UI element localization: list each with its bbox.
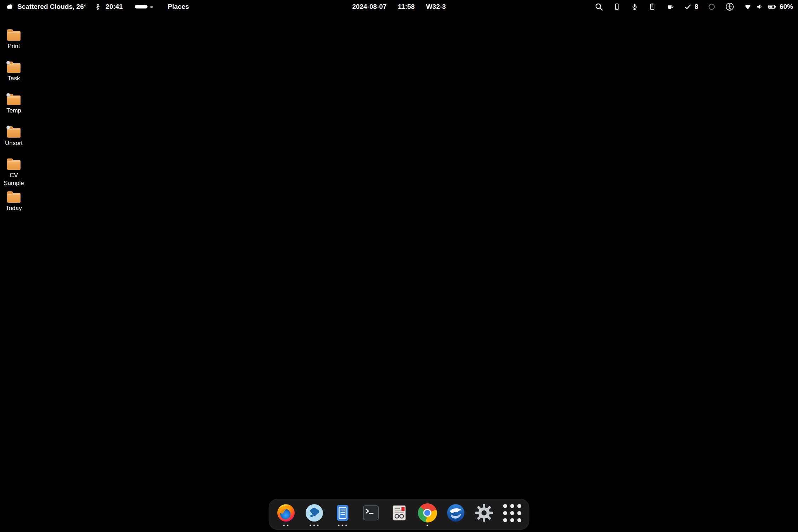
volume-icon (756, 2, 764, 11)
system-status-area[interactable]: 60% (744, 2, 793, 11)
web-app-icon (304, 503, 324, 523)
wifi-icon (744, 2, 752, 11)
workspace-indicator[interactable] (135, 5, 153, 8)
folder-emblem (6, 93, 10, 97)
desktop[interactable]: Print Task Temp Unsort CV Sample Today (0, 13, 798, 532)
search-icon[interactable] (595, 2, 603, 11)
week-label[interactable]: W32-3 (426, 0, 446, 13)
accessibility-icon[interactable] (725, 2, 734, 11)
thunderbird-icon (445, 503, 466, 523)
folder-icon (7, 160, 21, 170)
app-grid-icon (502, 503, 522, 523)
walking-person-icon[interactable] (94, 3, 102, 11)
running-dots: ●●● (336, 523, 349, 528)
dock-item-settings[interactable] (473, 503, 495, 528)
firefox-icon (276, 503, 296, 523)
todo-indicator[interactable]: 8 (684, 3, 698, 11)
settings-icon (474, 503, 494, 523)
terminal-icon (360, 503, 381, 523)
places-menu[interactable]: Places (168, 3, 189, 11)
folder-label: CV Sample (2, 172, 25, 187)
dock-item-chrome[interactable]: ● (416, 503, 439, 528)
battery-indicator: 60% (768, 2, 793, 11)
desktop-folder-cv-sample[interactable]: CV Sample (0, 158, 28, 187)
secondary-clock[interactable]: 20:41 (106, 3, 123, 11)
desktop-folder-today[interactable]: Today (0, 191, 28, 212)
check-icon (684, 3, 692, 11)
folder-label: Temp (6, 107, 21, 115)
running-dots (483, 523, 485, 528)
running-dots (370, 523, 372, 528)
chrome-icon (417, 503, 438, 523)
weather-icon (5, 2, 14, 11)
battery-percent-label: 60% (780, 3, 793, 11)
workspace-pill-active (135, 5, 148, 8)
folder-icon (7, 63, 21, 73)
microphone-icon[interactable] (630, 2, 639, 11)
date-label[interactable]: 2024-08-07 (352, 0, 387, 13)
workspace-dot-inactive (150, 6, 153, 8)
running-dots (455, 523, 457, 528)
dock-item-terminal[interactable] (360, 503, 382, 528)
folder-icon (7, 193, 21, 203)
dock-item-notes[interactable]: ●●● (331, 503, 354, 528)
ring-icon[interactable] (707, 2, 716, 11)
folder-icon (7, 128, 21, 138)
running-dots (511, 523, 513, 528)
cup-icon[interactable] (666, 2, 675, 11)
weather-label[interactable]: Scattered Clouds, 26° (17, 3, 87, 11)
dock-item-firefox[interactable]: ●● (275, 503, 297, 528)
dock-item-thunderbird[interactable] (445, 503, 467, 528)
running-dots: ●●● (308, 523, 320, 528)
battery-icon (768, 2, 777, 11)
dock: ●● ●●● ●●● (269, 499, 530, 530)
dock-item-web-app[interactable]: ●●● (303, 503, 325, 528)
folder-icon (7, 31, 21, 41)
clipboard-icon[interactable] (648, 2, 657, 11)
desktop-folder-temp[interactable]: Temp (0, 94, 28, 115)
phone-icon[interactable] (613, 2, 621, 11)
folder-icon (7, 96, 21, 105)
folder-label: Print (8, 42, 20, 50)
document-viewer-icon (389, 503, 409, 523)
running-dots: ●● (281, 523, 290, 528)
dock-item-document-viewer[interactable] (388, 503, 410, 528)
top-bar: Scattered Clouds, 26° 20:41 Places 2024-… (0, 0, 798, 13)
folder-emblem (6, 61, 10, 65)
desktop-folder-print[interactable]: Print (0, 29, 28, 50)
clock-label[interactable]: 11:58 (398, 0, 415, 13)
dock-item-app-grid[interactable] (501, 503, 524, 528)
desktop-folder-task[interactable]: Task (0, 62, 28, 82)
folder-label: Today (6, 204, 22, 212)
running-dots: ● (424, 523, 430, 528)
running-dots (398, 523, 400, 528)
desktop-folder-unsort[interactable]: Unsort (0, 126, 28, 147)
folder-label: Unsort (5, 139, 23, 147)
notes-app-icon (332, 503, 353, 523)
todo-count: 8 (694, 3, 698, 11)
folder-label: Task (8, 75, 20, 82)
folder-emblem (6, 126, 10, 129)
